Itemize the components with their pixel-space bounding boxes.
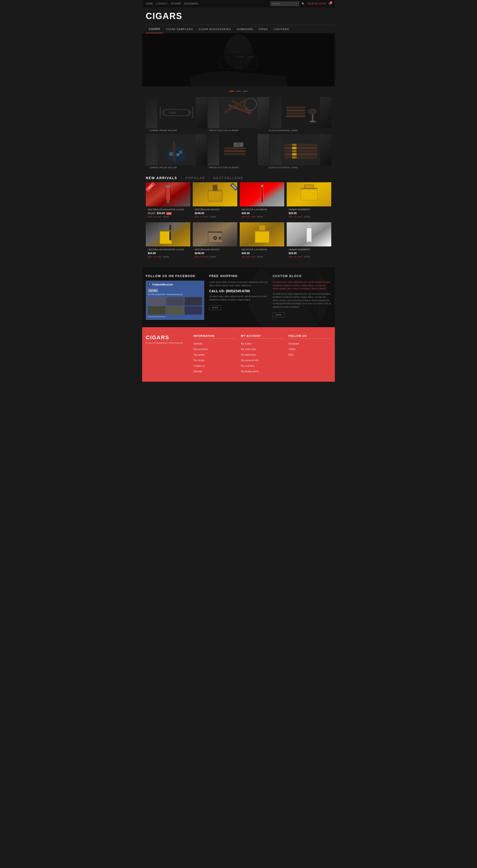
footer-twitter[interactable]: Twitter <box>288 348 296 350</box>
footer-personal-info[interactable]: My personal info <box>241 359 259 362</box>
hero-image <box>142 33 335 86</box>
sale-label-1: SALE <box>146 182 156 192</box>
svg-rect-20 <box>286 110 305 112</box>
more-link-2[interactable]: MORE <box>210 216 216 218</box>
svg-rect-29 <box>169 152 173 156</box>
nav-bookmark[interactable]: BOOKMARK <box>184 2 198 5</box>
add-to-cart-8[interactable]: ADD TO CART <box>288 256 303 258</box>
svg-rect-41 <box>283 147 317 149</box>
footer-my-orders[interactable]: My orders <box>241 342 251 345</box>
slider-dot-3[interactable] <box>243 91 248 92</box>
main-nav: CIGARS CIGAR SAMPLERS CIGAR ACCESSORIES … <box>142 25 335 33</box>
product-info-1: VESTIBULUM MOLESTIE LACUS $42.00 $34.00 … <box>146 207 190 220</box>
add-to-cart-1[interactable]: ADD TO CART <box>148 216 162 218</box>
more-link-6[interactable]: MORE <box>210 256 216 258</box>
site-title: CIGARS <box>146 11 331 21</box>
product-actions-8: ADD TO CART MORE <box>288 256 329 258</box>
nav-cigars[interactable]: CIGARS <box>146 25 163 33</box>
tab-bestsellers[interactable]: BESTSELLERS <box>213 176 243 180</box>
footer-specials[interactable]: Specials <box>194 342 203 345</box>
svg-rect-21 <box>286 112 305 114</box>
product-card-4: ONMMY ENDRERIT $29.00 ADD TO CART MORE <box>287 182 331 220</box>
footer-vouchers[interactable]: My vouchers <box>241 365 254 367</box>
add-to-cart-7[interactable]: ADD TO CART <box>242 256 256 258</box>
more-link-5[interactable]: MORE <box>163 256 169 258</box>
more-link-7[interactable]: MORE <box>257 256 263 258</box>
cart-icon[interactable]: 🛒 1 <box>328 2 331 5</box>
svg-rect-48 <box>292 153 296 156</box>
footer-addresses[interactable]: My addresses <box>241 353 256 356</box>
svg-point-74 <box>214 237 216 239</box>
product-actions-3: ADD TO CART MORE <box>242 216 282 218</box>
add-to-cart-2[interactable]: ADD TO CART <box>195 216 209 218</box>
search-input[interactable] <box>270 1 299 6</box>
price-8: $29.00 <box>288 252 297 255</box>
footer-loyalty[interactable]: My loyalty points <box>241 370 259 373</box>
price-4: $29.00 <box>288 212 297 215</box>
more-link-8[interactable]: MORE <box>304 256 310 258</box>
footer-info-title: INFORMATION <box>194 334 236 339</box>
gallery-item-5[interactable] <box>208 134 269 165</box>
gallery-item-1[interactable]: HIBA <box>146 97 207 128</box>
products-tabs: NEW ARRIVALS | POPULAR | BESTSELLERS <box>142 171 335 182</box>
nav-contact[interactable]: CONTACT <box>156 2 168 5</box>
discount-badge-1: 11% <box>166 212 172 215</box>
new-label-2: NEW <box>230 183 237 191</box>
product-image-8 <box>287 222 331 246</box>
footer-top-sellers[interactable]: Top sellers <box>194 353 205 356</box>
more-link-4[interactable]: MORE <box>304 216 310 218</box>
svg-rect-80 <box>255 230 269 231</box>
more-link-3[interactable]: MORE <box>257 216 263 218</box>
gallery-item-6[interactable] <box>270 134 331 165</box>
svg-rect-75 <box>219 237 221 240</box>
product-price-3: $46.00 <box>242 212 282 215</box>
search-icon[interactable]: 🔍 <box>302 2 305 5</box>
more-link-1[interactable]: MORE <box>163 216 169 218</box>
price-5: $34.00 <box>148 252 156 255</box>
nav-sitemap[interactable]: SITEMAP <box>171 2 181 5</box>
footer-credit-slips[interactable]: My credit slips <box>241 348 256 350</box>
nav-lighters[interactable]: LIGHTERS <box>271 25 292 33</box>
add-to-cart-6[interactable]: ADD TO CART <box>195 256 209 258</box>
gallery-item-4[interactable] <box>146 134 207 165</box>
account-cart: YOUR ACCOUNT 🛒 1 <box>307 2 331 5</box>
svg-point-38 <box>238 144 239 145</box>
nav-pipes[interactable]: PIPES <box>256 25 271 33</box>
nav-humidors[interactable]: HUMIDORS <box>234 25 256 33</box>
price-6: $249.00 <box>195 252 204 255</box>
gallery-section: HIBA <box>142 94 335 171</box>
svg-rect-40 <box>283 144 317 146</box>
footer-facebook[interactable]: Facebook <box>288 342 299 345</box>
tab-new-arrivals[interactable]: NEW ARRIVALS <box>146 176 177 180</box>
svg-rect-12 <box>192 106 194 119</box>
add-to-cart-3[interactable]: ADD TO CART <box>242 216 256 218</box>
product-name-8: ONMMY ENDRERIT <box>288 248 329 251</box>
account-link[interactable]: YOUR ACCOUNT <box>307 2 327 5</box>
footer-brand: CIGARS <box>146 334 189 341</box>
svg-rect-57 <box>212 184 217 191</box>
footer-our-stores[interactable]: Our stores <box>194 359 205 362</box>
footer-account-col: MY ACCOUNT My orders My credit slips My … <box>241 334 284 374</box>
gallery-item-2[interactable] <box>208 97 269 128</box>
slider-dot-2[interactable] <box>236 91 241 92</box>
nav-cigar-samplers[interactable]: CIGAR SAMPLERS <box>163 25 196 33</box>
nav-home[interactable]: HOME <box>146 2 153 5</box>
product-name-3: MOLESTIE LACUNEAN <box>242 208 282 211</box>
tab-divider-1: | <box>181 176 182 180</box>
footer-sitemap[interactable]: Sitemap <box>194 370 202 373</box>
tab-popular[interactable]: POPULAR <box>185 176 205 180</box>
add-to-cart-4[interactable]: ADD TO CART <box>288 216 303 218</box>
add-to-cart-5[interactable]: ADD TO CART <box>148 256 162 258</box>
footer-new-products[interactable]: New products <box>194 348 208 350</box>
footer-contact[interactable]: Contact us <box>194 365 205 367</box>
top-nav-links[interactable]: HOME CONTACT SITEMAP BOOKMARK <box>146 2 201 5</box>
svg-rect-77 <box>255 231 269 242</box>
product-price-6: $249.00 <box>195 252 235 255</box>
gallery-label-2: PROIN DICTUM ELEMEN <box>209 128 268 134</box>
footer-info-col: INFORMATION Specials New products Top se… <box>194 334 236 374</box>
nav-cigar-accessories[interactable]: CIGAR ACCESSORIES <box>196 25 234 33</box>
slider-dot-1[interactable] <box>229 91 234 92</box>
svg-rect-47 <box>292 150 296 152</box>
gallery-item-3[interactable] <box>270 97 331 128</box>
footer-rss[interactable]: RSS <box>288 353 294 356</box>
